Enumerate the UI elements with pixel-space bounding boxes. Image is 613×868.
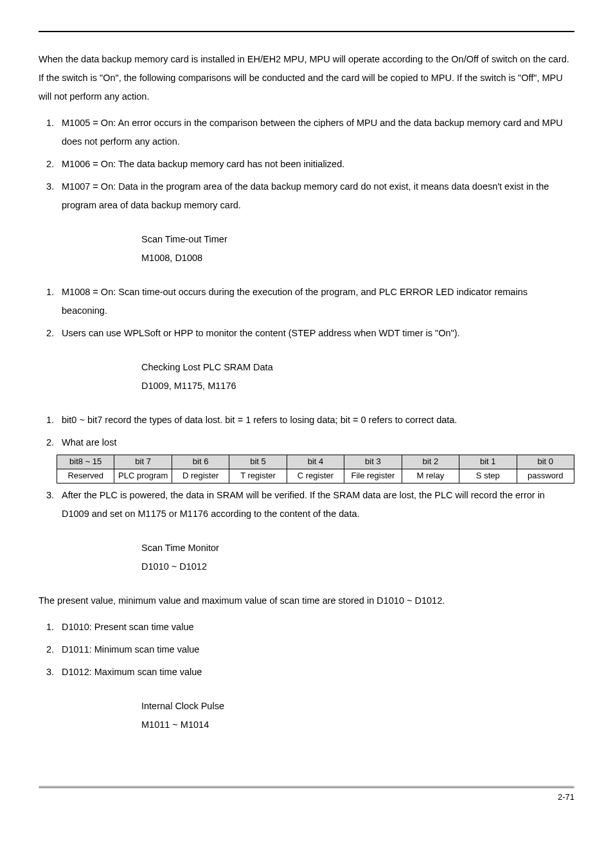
table-cell: S step	[459, 469, 517, 483]
table-cell: PLC program	[114, 469, 172, 483]
section-title: Scan Time-out Timer	[141, 230, 574, 249]
list-item: D1010: Present scan time value	[57, 618, 574, 637]
list-item: D1012: Maximum scan time value	[57, 663, 574, 682]
section-code: D1010 ~ D1012	[141, 557, 574, 576]
intro-paragraph: When the data backup memory card is inst…	[39, 50, 574, 106]
section-title: Scan Time Monitor	[141, 539, 574, 557]
scan-timeout-list: M1008 = On: Scan time-out occurs during …	[39, 283, 574, 343]
lost-sram-list-cont: After the PLC is powered, the data in SR…	[39, 486, 574, 523]
list-item: M1007 = On: Data in the program area of …	[57, 177, 574, 215]
section-clock-pulse: Internal Clock Pulse M1011 ~ M1014	[141, 697, 574, 734]
table-cell: D register	[172, 469, 229, 483]
table-header-row: bit8 ~ 15 bit 7 bit 6 bit 5 bit 4 bit 3 …	[57, 455, 574, 469]
table-cell: Reserved	[57, 469, 114, 483]
top-divider	[39, 31, 574, 32]
list-item: M1008 = On: Scan time-out occurs during …	[57, 283, 574, 320]
bits-table-wrap: bit8 ~ 15 bit 7 bit 6 bit 5 bit 4 bit 3 …	[57, 455, 574, 484]
page-container: When the data backup memory card is inst…	[0, 0, 613, 827]
table-header: bit 2	[402, 455, 459, 469]
table-header: bit 4	[287, 455, 344, 469]
section-title: Checking Lost PLC SRAM Data	[141, 358, 574, 377]
list-item: M1006 = On: The data backup memory card …	[57, 155, 574, 174]
section-code: D1009, M1175, M1176	[141, 377, 574, 395]
list-item: Users can use WPLSoft or HPP to monitor …	[57, 324, 574, 343]
table-header: bit 5	[229, 455, 287, 469]
list-item: What are lost	[57, 433, 574, 452]
table-cell: C register	[287, 469, 344, 483]
scan-monitor-lead: The present value, minimum value and max…	[39, 592, 574, 610]
table-row: Reserved PLC program D register T regist…	[57, 469, 574, 483]
footer: 2-71	[39, 786, 574, 802]
table-cell: File register	[344, 469, 402, 483]
table-header: bit 7	[114, 455, 172, 469]
table-header: bit 6	[172, 455, 229, 469]
list-item: bit0 ~ bit7 record the types of data los…	[57, 411, 574, 429]
section-title: Internal Clock Pulse	[141, 697, 574, 716]
lost-sram-list: bit0 ~ bit7 record the types of data los…	[39, 411, 574, 452]
footer-divider	[39, 786, 574, 788]
list-item: M1005 = On: An error occurs in the compa…	[57, 114, 574, 151]
table-cell: T register	[229, 469, 287, 483]
section-lost-sram: Checking Lost PLC SRAM Data D1009, M1175…	[141, 358, 574, 395]
table-header: bit 3	[344, 455, 402, 469]
section-scan-timeout: Scan Time-out Timer M1008, D1008	[141, 230, 574, 267]
list-item: D1011: Minimum scan time value	[57, 640, 574, 659]
table-header: bit 0	[517, 455, 574, 469]
table-cell: M relay	[402, 469, 459, 483]
section-code: M1008, D1008	[141, 249, 574, 267]
table-cell: password	[517, 469, 574, 483]
page-number: 2-71	[39, 792, 574, 802]
table-header: bit 1	[459, 455, 517, 469]
list-item: After the PLC is powered, the data in SR…	[57, 486, 574, 523]
section-code: M1011 ~ M1014	[141, 716, 574, 734]
table-header: bit8 ~ 15	[57, 455, 114, 469]
scan-monitor-list: D1010: Present scan time value D1011: Mi…	[39, 618, 574, 682]
bits-table: bit8 ~ 15 bit 7 bit 6 bit 5 bit 4 bit 3 …	[57, 455, 574, 484]
intro-list: M1005 = On: An error occurs in the compa…	[39, 114, 574, 215]
section-scan-monitor: Scan Time Monitor D1010 ~ D1012	[141, 539, 574, 576]
